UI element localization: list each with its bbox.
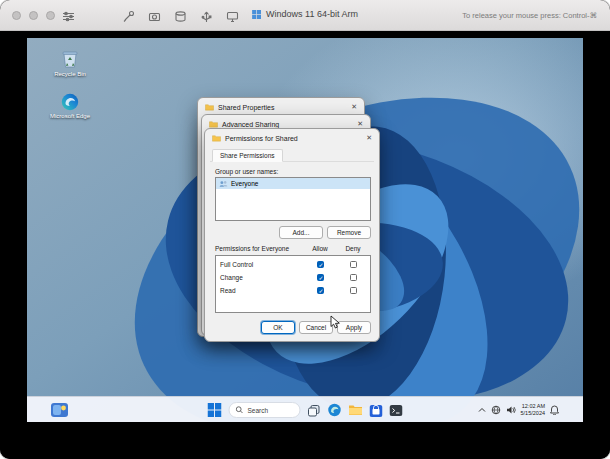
cancel-button[interactable]: Cancel (299, 321, 333, 334)
desktop-icon-microsoft-edge[interactable]: Microsoft Edge (43, 93, 97, 119)
group-users-icon (219, 180, 228, 188)
desktop-icon-label: Microsoft Edge (50, 113, 90, 119)
allow-checkbox-full-control[interactable] (317, 261, 324, 268)
close-button[interactable] (12, 11, 21, 20)
disk-icon[interactable] (174, 9, 187, 22)
group-names-label: Group or user names: (215, 168, 278, 175)
folder-icon (205, 103, 214, 111)
allow-column-header: Allow (305, 245, 335, 252)
deny-column-header: Deny (338, 245, 368, 252)
vm-title-text: Windows 11 64-bit Arm (266, 9, 358, 19)
deny-checkbox-read[interactable] (350, 287, 357, 294)
vm-titlebar[interactable]: Windows 11 64-bit Arm To release your mo… (0, 0, 610, 31)
dialog-title: Advanced Sharing (222, 121, 279, 128)
mouse-release-hint: To release your mouse press: Control-⌘ (462, 11, 597, 20)
notification-bell-icon[interactable] (550, 405, 559, 415)
taskbar-clock[interactable]: 12:02 AM 5/15/2024 (521, 403, 545, 417)
remove-button[interactable]: Remove (327, 226, 371, 239)
mouse-cursor (330, 315, 340, 329)
widgets-icon[interactable] (51, 403, 68, 417)
allow-checkbox-read[interactable] (317, 287, 324, 294)
close-icon[interactable]: ✕ (351, 103, 357, 110)
clock-date: 5/15/2024 (521, 410, 545, 417)
tabstrip: Share Permissions (210, 148, 374, 162)
dialog-title: Permissions for Shared (225, 135, 298, 142)
zoom-button[interactable] (46, 11, 55, 20)
deny-checkbox-full-control[interactable] (350, 261, 357, 268)
folder-icon (209, 120, 218, 128)
edge-taskbar-icon[interactable] (328, 403, 342, 417)
list-item-everyone[interactable]: Everyone (216, 178, 370, 189)
apply-button[interactable]: Apply (337, 321, 371, 334)
group-names-list[interactable]: Everyone (215, 177, 371, 221)
edge-icon (61, 93, 79, 111)
windows-taskbar[interactable]: Search (27, 396, 583, 422)
wrench-icon[interactable] (122, 9, 135, 22)
terminal-icon[interactable] (390, 404, 403, 417)
tab-share-permissions[interactable]: Share Permissions (212, 149, 283, 162)
close-icon[interactable]: ✕ (366, 134, 372, 141)
windows-desktop[interactable]: Recycle Bin Microsoft Edge (27, 38, 583, 422)
desktop-icon-label: Recycle Bin (54, 71, 86, 77)
permissions-for-label: Permissions for Everyone (215, 245, 289, 252)
window-controls (12, 11, 55, 20)
dialog-titlebar[interactable]: Permissions for Shared (205, 129, 379, 147)
allow-checkbox-change[interactable] (317, 274, 324, 281)
group-name: Everyone (231, 180, 258, 187)
desktop-icon-recycle-bin[interactable]: Recycle Bin (43, 49, 97, 77)
windows-logo-icon (252, 10, 261, 19)
taskbar-search[interactable]: Search (229, 402, 301, 418)
permission-name: Read (220, 287, 236, 294)
deny-checkbox-change[interactable] (350, 274, 357, 281)
store-icon[interactable] (370, 404, 383, 417)
dialog-title: Shared Properties (218, 104, 274, 111)
search-icon (236, 406, 244, 414)
permission-row-read: Read (216, 283, 370, 296)
display-icon[interactable] (226, 9, 239, 22)
shared-folder-icon (212, 134, 221, 142)
permissions-list[interactable]: Full Control Change Read (215, 255, 371, 313)
file-explorer-icon[interactable] (349, 404, 363, 416)
network-icon[interactable] (491, 405, 501, 415)
start-button-icon[interactable] (208, 403, 222, 417)
usb-icon[interactable] (200, 9, 213, 22)
permission-row-change: Change (216, 270, 370, 283)
camera-icon[interactable] (148, 9, 161, 22)
ok-button[interactable]: OK (261, 321, 295, 334)
add-button[interactable]: Add... (279, 226, 323, 239)
permission-row-full-control: Full Control (216, 257, 370, 270)
clock-time: 12:02 AM (521, 403, 545, 410)
vm-display-letterbox: Recycle Bin Microsoft Edge (0, 32, 610, 459)
close-icon[interactable]: ✕ (357, 120, 363, 127)
dialog-permissions-for-shared[interactable]: Permissions for Shared ✕ Share Permissio… (204, 128, 380, 342)
task-view-icon[interactable] (308, 404, 321, 417)
volume-icon[interactable] (506, 405, 516, 415)
recycle-bin-icon (60, 49, 80, 69)
sliders-icon[interactable] (62, 9, 75, 22)
permission-name: Full Control (220, 261, 253, 268)
minimize-button[interactable] (29, 11, 38, 20)
permission-name: Change (220, 274, 243, 281)
vm-window: Windows 11 64-bit Arm To release your mo… (0, 0, 610, 459)
chevron-up-icon[interactable] (478, 407, 486, 413)
vm-title: Windows 11 64-bit Arm (252, 9, 358, 19)
search-label: Search (248, 407, 269, 414)
